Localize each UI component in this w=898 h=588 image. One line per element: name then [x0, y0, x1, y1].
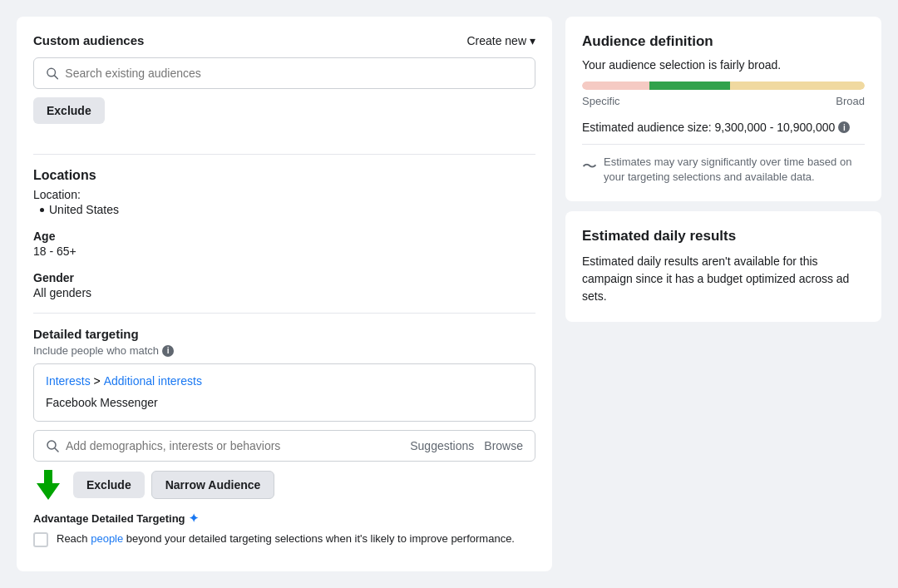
add-demographics-box: Suggestions Browse [33, 430, 535, 462]
add-demographics-input[interactable] [66, 439, 403, 452]
svg-line-1 [55, 76, 58, 79]
age-section: Age 18 - 65+ [33, 230, 535, 258]
audience-gauge-bar [582, 82, 865, 90]
action-buttons-row: Exclude Narrow Audience [33, 470, 535, 500]
people-link[interactable]: people [91, 532, 123, 545]
gauge-label-specific: Specific [582, 95, 620, 107]
custom-audiences-title: Custom audiences [33, 33, 144, 47]
interests-link[interactable]: Interests [46, 374, 91, 388]
advantage-label: Advantage Detailed Targeting ✦ [33, 511, 535, 525]
age-label: Age [33, 230, 535, 243]
gauge-segment-broad [730, 82, 865, 90]
include-label: Include people who match i [33, 344, 535, 357]
exclude-button[interactable]: Exclude [73, 472, 145, 498]
search-icon-2 [46, 439, 59, 452]
audience-definition-card: Audience definition Your audience select… [565, 17, 881, 201]
gender-label: Gender [33, 271, 535, 284]
detailed-targeting-section: Detailed targeting Include people who ma… [33, 327, 535, 547]
estimate-note: 〜 Estimates may vary significantly over … [582, 144, 865, 185]
bullet-icon [40, 208, 44, 212]
advantage-section: Advantage Detailed Targeting ✦ Reach peo… [33, 511, 535, 547]
gauge-label-broad: Broad [836, 95, 865, 107]
location-prefix: Location: [33, 188, 535, 201]
sparkle-icon: ✦ [189, 511, 199, 525]
suggestions-button[interactable]: Suggestions [410, 439, 474, 452]
age-value: 18 - 65+ [33, 245, 535, 258]
location-value: United States [49, 203, 119, 216]
gauge-segment-middle [649, 82, 730, 90]
gender-value: All genders [33, 286, 535, 299]
daily-results-title: Estimated daily results [582, 228, 865, 245]
browse-button[interactable]: Browse [484, 439, 523, 452]
location-item: United States [33, 203, 535, 216]
create-new-button[interactable]: Create new ▾ [466, 34, 535, 47]
daily-results-description: Estimated daily results aren't available… [582, 253, 865, 305]
breadcrumb-sep: > [91, 374, 104, 388]
additional-interests-link[interactable]: Additional interests [104, 374, 202, 388]
narrow-audience-button[interactable]: Narrow Audience [151, 471, 275, 499]
advantage-checkbox[interactable] [33, 532, 48, 547]
daily-results-card: Estimated daily results Estimated daily … [565, 211, 881, 322]
gender-section: Gender All genders [33, 271, 535, 299]
suggestions-browse-group: Suggestions Browse [410, 439, 523, 452]
gauge-labels: Specific Broad [582, 95, 865, 107]
locations-section: Locations Location: United States [33, 168, 535, 216]
exclude-custom-button[interactable]: Exclude [33, 97, 105, 124]
green-arrow-icon [33, 470, 63, 500]
advantage-description: Reach people beyond your detailed target… [57, 531, 515, 546]
estimate-text: Estimates may vary significantly over ti… [604, 155, 865, 185]
advantage-checkbox-row: Reach people beyond your detailed target… [33, 531, 535, 547]
targeting-interests-box: Interests > Additional interests Faceboo… [33, 363, 535, 422]
audience-description: Your audience selection is fairly broad. [582, 58, 865, 72]
gauge-segment-specific [582, 82, 649, 90]
locations-label: Locations [33, 168, 535, 183]
search-icon [46, 67, 58, 80]
svg-marker-4 [37, 470, 60, 500]
create-new-label: Create new [466, 34, 526, 47]
search-audiences-box [33, 57, 535, 89]
svg-line-3 [55, 448, 58, 452]
audience-size: Estimated audience size: 9,300,000 - 10,… [582, 121, 865, 134]
interest-item-facebook-messenger: Facebook Messenger [46, 394, 523, 411]
detailed-targeting-title: Detailed targeting [33, 327, 535, 341]
interests-breadcrumb: Interests > Additional interests [46, 374, 523, 388]
audience-size-info-icon[interactable]: i [838, 121, 850, 133]
chevron-down-icon: ▾ [530, 34, 535, 47]
trend-icon: 〜 [582, 156, 597, 176]
info-icon[interactable]: i [162, 345, 174, 357]
search-audiences-input[interactable] [65, 67, 523, 80]
audience-definition-title: Audience definition [582, 33, 865, 50]
